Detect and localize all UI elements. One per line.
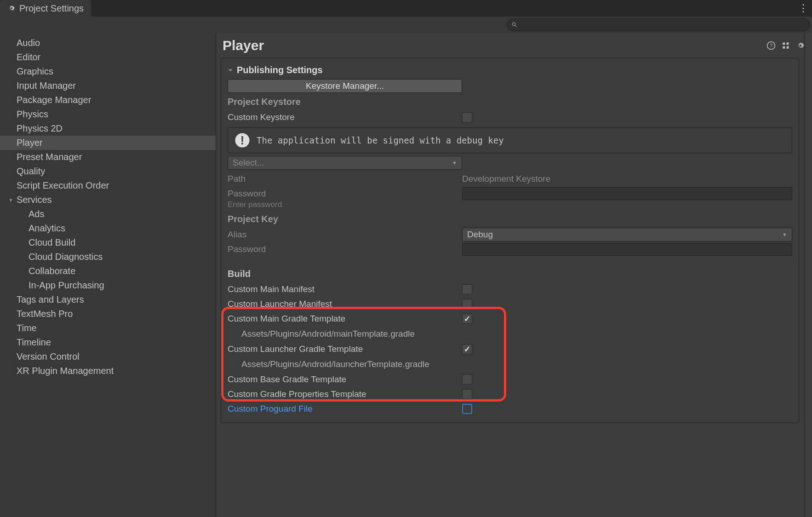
- page-title: Player: [223, 38, 264, 53]
- alias-select[interactable]: Debug ▼: [462, 228, 792, 241]
- project-keystore-label: Project Keystore: [228, 97, 792, 107]
- sidebar-item-package-manager[interactable]: Package Manager: [0, 93, 216, 107]
- sidebar: Audio Editor Graphics Input Manager Pack…: [0, 33, 216, 517]
- info-box: ! The application will be signed with a …: [228, 127, 792, 153]
- sidebar-item-cloud-diagnostics[interactable]: Cloud Diagnostics: [0, 250, 216, 264]
- custom-keystore-label: Custom Keystore: [228, 112, 462, 122]
- sidebar-item-physics-2d[interactable]: Physics 2D: [0, 121, 216, 136]
- right-sliver: [805, 33, 812, 517]
- help-icon[interactable]: ?: [766, 40, 776, 51]
- search-input[interactable]: [507, 18, 810, 31]
- custom-main-manifest-label: Custom Main Manifest: [228, 284, 462, 294]
- svg-text:?: ?: [770, 42, 773, 48]
- svg-rect-4: [783, 46, 785, 49]
- keystore-select[interactable]: Select... ▼: [228, 156, 462, 170]
- chevron-down-icon: ▼: [452, 160, 457, 166]
- keystore-manager-button[interactable]: Keystore Manager...: [228, 79, 462, 93]
- chevron-down-icon: ▼: [782, 232, 787, 237]
- tab-project-settings[interactable]: Project Settings: [0, 0, 91, 17]
- custom-keystore-checkbox[interactable]: [462, 112, 472, 122]
- sidebar-item-editor[interactable]: Editor: [0, 50, 216, 64]
- custom-launcher-manifest-checkbox[interactable]: [462, 299, 472, 309]
- svg-rect-5: [787, 46, 789, 49]
- sidebar-item-preset-manager[interactable]: Preset Manager: [0, 150, 216, 164]
- search-icon: [511, 22, 518, 28]
- alias-value: Debug: [467, 230, 493, 240]
- project-key-label: Project Key: [228, 214, 792, 224]
- custom-proguard-checkbox[interactable]: [462, 404, 472, 414]
- custom-gradle-props-checkbox[interactable]: [462, 389, 472, 399]
- info-text: The application will be signed with a de…: [257, 135, 504, 145]
- sidebar-item-services[interactable]: Services: [0, 193, 216, 207]
- build-label: Build: [228, 269, 792, 279]
- sidebar-item-physics[interactable]: Physics: [0, 107, 216, 121]
- sidebar-item-input-manager[interactable]: Input Manager: [0, 79, 216, 93]
- sidebar-item-timeline[interactable]: Timeline: [0, 335, 216, 350]
- presets-icon[interactable]: [781, 40, 791, 51]
- sidebar-item-ads[interactable]: Ads: [0, 207, 216, 221]
- gear-icon[interactable]: [795, 40, 806, 51]
- svg-text:!: !: [240, 134, 245, 147]
- chevron-down-icon: [228, 68, 233, 73]
- custom-base-gradle-checkbox[interactable]: [462, 374, 472, 385]
- custom-proguard-label: Custom Proguard File: [228, 404, 462, 414]
- publishing-settings-foldout[interactable]: Publishing Settings: [228, 63, 792, 77]
- sidebar-item-analytics[interactable]: Analytics: [0, 221, 216, 236]
- custom-base-gradle-label: Custom Base Gradle Template: [228, 374, 462, 385]
- alias-label: Alias: [228, 230, 462, 240]
- custom-gradle-props-label: Custom Gradle Properties Template: [228, 389, 462, 399]
- sidebar-item-time[interactable]: Time: [0, 321, 216, 335]
- section-label: Publishing Settings: [237, 65, 323, 75]
- select-value: Select...: [233, 158, 264, 168]
- launcher-gradle-path: Assets/Plugins/Android/launcherTemplate.…: [228, 356, 792, 372]
- custom-main-manifest-checkbox[interactable]: [462, 284, 472, 294]
- password-hint: Enter password.: [228, 200, 792, 209]
- custom-launcher-manifest-label: Custom Launcher Manifest: [228, 299, 462, 309]
- main-gradle-path: Assets/Plugins/Android/mainTemplate.grad…: [228, 326, 792, 342]
- sidebar-item-iap[interactable]: In-App Purchasing: [0, 278, 216, 293]
- custom-launcher-gradle-label: Custom Launcher Gradle Template: [228, 344, 462, 354]
- sidebar-item-version-control[interactable]: Version Control: [0, 350, 216, 364]
- sidebar-item-audio[interactable]: Audio: [0, 36, 216, 50]
- keystore-password-input[interactable]: [462, 187, 792, 200]
- svg-rect-2: [783, 42, 785, 45]
- content-panel: Player ? Publishing Settings Keystore Ma…: [216, 33, 812, 517]
- custom-main-gradle-checkbox[interactable]: [462, 314, 472, 324]
- custom-main-gradle-label: Custom Main Gradle Template: [228, 314, 462, 324]
- sidebar-item-script-exec-order[interactable]: Script Execution Order: [0, 178, 216, 193]
- custom-launcher-gradle-checkbox[interactable]: [462, 344, 472, 354]
- key-password-label: Password: [228, 244, 462, 254]
- path-label: Path: [228, 174, 462, 184]
- password-label: Password: [228, 189, 462, 199]
- path-value: Development Keystore: [462, 174, 792, 184]
- key-password-input[interactable]: [462, 243, 792, 256]
- sidebar-item-quality[interactable]: Quality: [0, 164, 216, 178]
- tab-bar: Project Settings ⋮: [0, 0, 812, 17]
- sidebar-item-xr-plugin[interactable]: XR Plugin Management: [0, 364, 216, 378]
- sidebar-item-textmesh-pro[interactable]: TextMesh Pro: [0, 307, 216, 321]
- sidebar-item-graphics[interactable]: Graphics: [0, 64, 216, 79]
- gear-icon: [7, 4, 16, 12]
- sidebar-item-tags-layers[interactable]: Tags and Layers: [0, 293, 216, 307]
- sidebar-item-cloud-build[interactable]: Cloud Build: [0, 236, 216, 250]
- sidebar-item-collaborate[interactable]: Collaborate: [0, 264, 216, 278]
- tab-title: Project Settings: [19, 3, 84, 14]
- more-icon[interactable]: ⋮: [798, 2, 807, 14]
- sidebar-item-player[interactable]: Player: [0, 136, 216, 150]
- info-icon: !: [234, 132, 250, 148]
- svg-rect-3: [787, 42, 789, 45]
- search-bar: [0, 17, 812, 33]
